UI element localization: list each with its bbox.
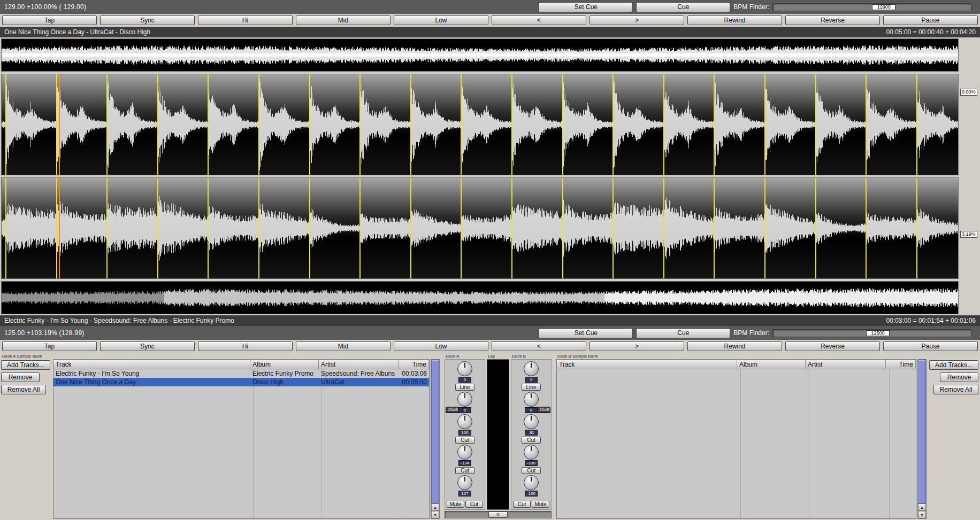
- deck-a-bpm-slider-handle[interactable]: 12900: [872, 4, 895, 10]
- deck-a-hi-eq-button[interactable]: Hi: [198, 15, 293, 25]
- deck-a-playlist-header: Track Album Artist Time: [53, 360, 429, 369]
- column-header-time[interactable]: Time: [399, 360, 429, 369]
- deck-a-set-cue-button[interactable]: Set Cue: [539, 2, 633, 12]
- deck-b-seek-back-button[interactable]: <: [492, 342, 586, 351]
- deck-a-seek-forward-button[interactable]: >: [589, 15, 684, 25]
- column-header-album[interactable]: Album: [250, 360, 319, 369]
- deck-a-bpm-slider[interactable]: 12900: [772, 3, 971, 11]
- track-cell: One Nice Thing Once a Day: [53, 378, 250, 386]
- deck-b-line-button[interactable]: Line: [522, 384, 541, 391]
- deck-b-zoom-waveform[interactable]: [1, 177, 959, 279]
- deck-a-track-info-bar: One Nice Thing Once a Day - UltraCat - D…: [0, 27, 980, 37]
- deck-b-hi-eq-button[interactable]: Hi: [198, 342, 293, 351]
- table-row[interactable]: Electric Funky - I'm So Young Electric F…: [53, 369, 429, 378]
- deck-a-knob-1[interactable]: [457, 361, 472, 376]
- deck-b-knob-5[interactable]: [524, 475, 539, 490]
- deck-b-knob-2-value: 0: [525, 407, 538, 413]
- column-header-artist[interactable]: Artist: [319, 360, 399, 369]
- deck-b-knob-2[interactable]: [524, 392, 539, 407]
- deck-a-tap-button[interactable]: Tap: [2, 15, 97, 25]
- deck-a-reverse-button[interactable]: Reverse: [785, 15, 880, 25]
- deck-a-sync-button[interactable]: Sync: [100, 15, 195, 25]
- scroll-down-button[interactable]: ▼: [431, 511, 439, 518]
- deck-b-sync-button[interactable]: Sync: [100, 342, 195, 351]
- mixer-center-column: Lay: [487, 354, 509, 510]
- deck-b-zoom-waveform-canvas[interactable]: [2, 178, 958, 278]
- deck-b-overview-waveform[interactable]: [1, 281, 959, 314]
- deck-a-cue-button[interactable]: Cue: [636, 2, 730, 12]
- deck-a-mute-button[interactable]: Mute: [447, 501, 464, 508]
- deck-a-remove-all-button[interactable]: Remove All: [1, 385, 46, 394]
- deck-a-zoom-waveform-canvas[interactable]: [2, 74, 958, 175]
- scrollbar-thumb[interactable]: [918, 360, 926, 503]
- deck-a-rewind-button[interactable]: Rewind: [687, 15, 782, 25]
- deck-a-knob-3[interactable]: [457, 414, 472, 429]
- crossfader[interactable]: 0: [445, 511, 552, 518]
- vu-meter: [487, 359, 509, 510]
- mixer-deck-a-column: Deck A -20dB 0 Line 0 100: [445, 354, 485, 510]
- deck-a-line-button[interactable]: Line: [455, 384, 474, 391]
- deck-b-add-tracks-button[interactable]: Add Tracks...: [929, 360, 978, 370]
- deck-a-knob-5[interactable]: [457, 475, 472, 490]
- deck-b-knob-3[interactable]: [524, 414, 539, 429]
- deck-a-add-tracks-button[interactable]: Add Tracks...: [1, 360, 50, 370]
- deck-b-seek-forward-button[interactable]: >: [589, 342, 684, 351]
- deck-b-cut-button-3[interactable]: Cut: [513, 501, 531, 508]
- deck-b-cut-button-1[interactable]: Cut: [522, 437, 541, 444]
- deck-b-knob-4[interactable]: [524, 445, 539, 460]
- deck-b-db-label: -20dB: [537, 407, 550, 413]
- deck-a-cut-button-2[interactable]: Cut: [455, 467, 474, 474]
- column-header-artist[interactable]: Artist: [806, 360, 886, 369]
- deck-a-seek-back-button[interactable]: <: [492, 15, 586, 25]
- mixer-deck-a-strip: -20dB 0 Line 0 100 Cut: [445, 359, 485, 510]
- deck-b-cue-button[interactable]: Cue: [636, 328, 730, 338]
- column-divider: [321, 369, 322, 518]
- column-header-album[interactable]: Album: [737, 360, 806, 369]
- scroll-up-button[interactable]: ▲: [431, 503, 439, 511]
- deck-a-overview-waveform-canvas[interactable]: [2, 39, 958, 71]
- deck-b-low-eq-button[interactable]: Low: [394, 342, 488, 351]
- deck-a-knob-5-value: 127: [458, 491, 471, 496]
- deck-b-playlist-scrollbar[interactable]: ▲ ▼: [917, 359, 927, 519]
- deck-b-bpm-slider[interactable]: 12500: [772, 329, 971, 337]
- deck-b-tap-button[interactable]: Tap: [2, 342, 97, 351]
- deck-b-set-cue-button[interactable]: Set Cue: [539, 328, 633, 338]
- deck-b-mute-button[interactable]: Mute: [532, 501, 549, 508]
- deck-a-pause-button[interactable]: Pause: [883, 15, 978, 25]
- deck-a-remove-button[interactable]: Remove: [1, 372, 40, 382]
- deck-b-remove-button[interactable]: Remove: [940, 372, 978, 382]
- deck-a-mid-eq-button[interactable]: Mid: [296, 15, 391, 25]
- deck-a-cut-button-3[interactable]: Cut: [465, 501, 483, 508]
- deck-b-remove-all-button[interactable]: Remove All: [933, 385, 978, 394]
- column-header-track[interactable]: Track: [557, 360, 737, 369]
- deck-b-cut-button-2[interactable]: Cut: [522, 467, 541, 474]
- deck-b-mid-eq-button[interactable]: Mid: [296, 342, 391, 351]
- deck-a-tempo-readout: 129.00 +100.00% ( 129.00): [4, 3, 86, 11]
- deck-b-reverse-button[interactable]: Reverse: [785, 342, 880, 351]
- deck-a-playlist-scrollbar[interactable]: ▲ ▼: [431, 359, 440, 519]
- deck-a-knob-3-value: 100: [458, 430, 471, 436]
- deck-b-overview-waveform-canvas[interactable]: [2, 282, 958, 314]
- column-header-time[interactable]: Time: [886, 360, 916, 369]
- column-header-track[interactable]: Track: [53, 360, 250, 369]
- bottom-section: Deck A Sample Bank Add Tracks... Remove …: [0, 353, 980, 520]
- deck-b-playlist-body: [557, 369, 916, 518]
- deck-a-knob-2[interactable]: [457, 392, 472, 407]
- deck-a-low-eq-button[interactable]: Low: [394, 15, 488, 25]
- deck-a-zoom-waveform[interactable]: [1, 74, 959, 175]
- deck-b-rewind-button[interactable]: Rewind: [687, 342, 782, 351]
- deck-b-playlist-caption: Deck B Sample Bank: [557, 354, 598, 359]
- scroll-up-button[interactable]: ▲: [918, 503, 926, 511]
- scroll-down-button[interactable]: ▼: [918, 511, 926, 518]
- column-divider: [253, 369, 254, 518]
- deck-a-knob-4[interactable]: [457, 445, 472, 460]
- table-row-selected[interactable]: One Nice Thing Once a Day Disco High Ult…: [53, 378, 429, 386]
- deck-a-cut-button-1[interactable]: Cut: [455, 437, 474, 444]
- deck-a-overview-waveform[interactable]: [1, 38, 959, 72]
- deck-b-pause-button[interactable]: Pause: [883, 342, 978, 351]
- crossfader-handle[interactable]: 0: [488, 511, 508, 518]
- deck-b-bpm-slider-handle[interactable]: 12500: [866, 330, 890, 336]
- deck-b-knob-4-value: -100: [525, 460, 538, 466]
- scrollbar-thumb[interactable]: [431, 360, 439, 503]
- deck-b-knob-1[interactable]: [524, 361, 539, 376]
